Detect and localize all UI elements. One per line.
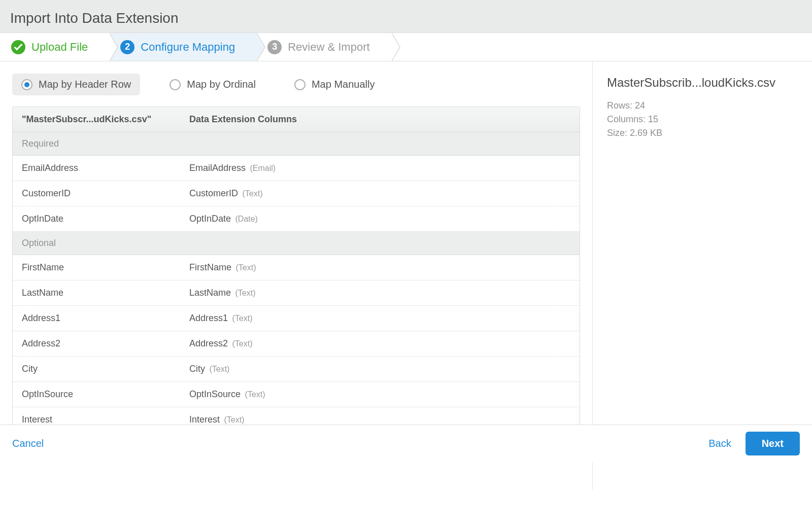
source-column: OptInDate	[13, 206, 180, 231]
step-label: Review & Import	[288, 41, 369, 54]
source-column: OptInSource	[13, 382, 180, 407]
mapping-row[interactable]: CityCity (Text)	[13, 357, 580, 382]
target-name: CustomerID	[189, 188, 238, 198]
target-type: (Text)	[207, 365, 229, 373]
mode-label: Map Manually	[312, 79, 375, 90]
source-column: Address2	[13, 331, 180, 356]
source-column: City	[13, 357, 180, 381]
source-column: Address1	[13, 306, 180, 331]
radio-icon	[294, 79, 306, 90]
target-name: LastName	[189, 288, 231, 298]
target-type: (Text)	[240, 189, 262, 198]
mapping-section-header: Optional	[13, 232, 580, 255]
mapping-row[interactable]: EmailAddressEmailAddress (Email)	[13, 156, 580, 181]
step-upload-file[interactable]: Upload File	[0, 33, 109, 61]
target-name: FirstName	[189, 262, 231, 272]
target-type: (Text)	[222, 415, 244, 424]
mode-label: Map by Header Row	[39, 79, 131, 90]
mapping-row[interactable]: LastNameLastName (Text)	[13, 280, 580, 306]
step-label: Configure Mapping	[141, 41, 235, 54]
step-configure-mapping[interactable]: 2 Configure Mapping	[109, 33, 256, 61]
source-column: CustomerID	[13, 181, 180, 206]
target-name: OptInSource	[189, 389, 241, 399]
step-number-icon: 2	[120, 40, 134, 54]
source-col-header: "MasterSubscr...udKicks.csv"	[13, 107, 180, 132]
mapping-table-header: "MasterSubscr...udKicks.csv" Data Extens…	[13, 107, 580, 132]
wizard-steps: Upload File 2 Configure Mapping 3 Review…	[0, 33, 812, 61]
footer-actions: Cancel Back Next	[0, 425, 812, 462]
target-column: Address1 (Text)	[180, 306, 580, 331]
target-name: City	[189, 364, 205, 374]
target-name: Address1	[189, 313, 228, 323]
cancel-button[interactable]: Cancel	[12, 438, 44, 449]
target-column: OptInSource (Text)	[180, 382, 580, 407]
target-column: EmailAddress (Email)	[180, 156, 580, 181]
target-type: (Text)	[230, 339, 252, 348]
section-title: Optional	[13, 232, 180, 255]
radio-icon	[170, 79, 181, 90]
target-name: OptInDate	[189, 214, 231, 224]
target-column: FirstName (Text)	[180, 255, 580, 280]
target-column: OptInDate (Date)	[180, 206, 580, 231]
target-type: (Text)	[230, 314, 252, 323]
mapping-table: "MasterSubscr...udKicks.csv" Data Extens…	[12, 107, 580, 458]
mapping-mode-selector: Map by Header Row Map by Ordinal Map Man…	[12, 74, 580, 95]
target-type: (Text)	[233, 263, 256, 272]
target-column: Address2 (Text)	[180, 331, 580, 356]
step-number-icon: 3	[267, 40, 282, 54]
mode-label: Map by Ordinal	[187, 79, 256, 90]
mapping-row[interactable]: CustomerIDCustomerID (Text)	[13, 181, 580, 206]
target-name: Address2	[189, 338, 228, 348]
mapping-row[interactable]: OptInDateOptInDate (Date)	[13, 206, 580, 232]
mapping-row[interactable]: Address1Address1 (Text)	[13, 306, 580, 331]
source-column: EmailAddress	[13, 156, 180, 181]
step-review-import[interactable]: 3 Review & Import	[256, 33, 391, 61]
section-title: Required	[13, 132, 180, 155]
target-column: CustomerID (Text)	[180, 181, 580, 206]
target-type: (Email)	[248, 164, 276, 172]
target-type: (Text)	[233, 289, 255, 297]
target-name: EmailAddress	[189, 163, 246, 173]
target-col-header: Data Extension Columns	[180, 107, 580, 132]
target-type: (Date)	[233, 215, 258, 223]
source-column: FirstName	[13, 255, 180, 280]
check-circle-icon	[11, 40, 25, 54]
page-title: Import Into Data Extension	[10, 10, 802, 26]
target-column: City (Text)	[180, 357, 580, 381]
mode-ordinal[interactable]: Map by Ordinal	[160, 74, 265, 95]
source-column: LastName	[13, 280, 180, 305]
mode-manual[interactable]: Map Manually	[285, 74, 384, 95]
target-name: Interest	[189, 414, 220, 425]
back-button[interactable]: Back	[708, 438, 731, 449]
mode-header-row[interactable]: Map by Header Row	[12, 74, 140, 95]
target-column: LastName (Text)	[180, 280, 580, 305]
mapping-row[interactable]: Address2Address2 (Text)	[13, 331, 580, 357]
target-type: (Text)	[243, 390, 265, 399]
file-columns: Columns: 15	[607, 113, 798, 126]
mapping-row[interactable]: FirstNameFirstName (Text)	[13, 255, 580, 280]
radio-icon	[21, 79, 32, 90]
mapping-row[interactable]: OptInSourceOptInSource (Text)	[13, 382, 580, 407]
mapping-section-header: Required	[13, 132, 580, 156]
step-label: Upload File	[31, 41, 88, 54]
file-size: Size: 2.69 KB	[607, 126, 798, 140]
page-header: Import Into Data Extension	[0, 0, 812, 33]
next-button[interactable]: Next	[746, 432, 800, 455]
file-name: MasterSubscrib...loudKicks.csv	[607, 76, 798, 90]
file-rows: Rows: 24	[607, 99, 798, 113]
